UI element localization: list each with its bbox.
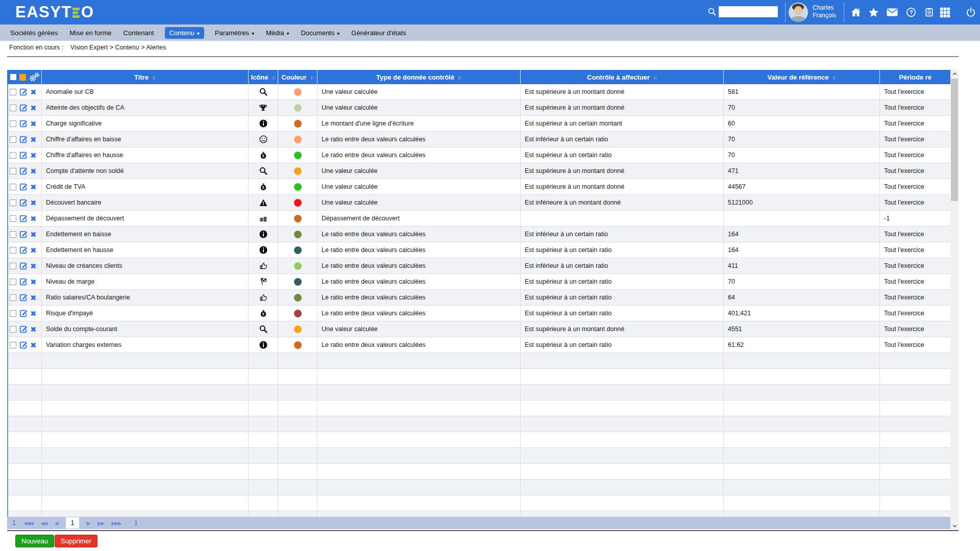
mail-icon[interactable] [887,0,898,24]
power-icon[interactable] [966,0,976,24]
edit-icon[interactable] [19,167,28,176]
menu-item-contenu[interactable]: Contenu [165,27,204,39]
edit-icon[interactable] [19,309,28,318]
prev-page-icon[interactable]: ◀ [55,520,58,526]
row-checkbox[interactable] [10,310,16,317]
row-checkbox[interactable] [10,199,16,206]
delete-icon[interactable]: ✖ [30,231,37,238]
search-input[interactable] [719,6,778,17]
star-icon[interactable] [868,0,879,24]
delete-icon[interactable]: ✖ [30,325,37,333]
scroll-down-icon[interactable] [950,522,959,530]
avatar[interactable] [789,3,808,22]
edit-icon[interactable] [19,246,28,255]
fast-next-page-icon[interactable]: ▶▶ [97,520,104,526]
row-checkbox[interactable] [10,279,16,285]
row-checkbox[interactable] [10,294,16,301]
edit-icon[interactable] [19,104,28,112]
menu-item-mise-en-forme[interactable]: Mise en forme [68,27,112,39]
edit-icon[interactable] [19,293,28,302]
delete-icon[interactable]: ✖ [30,167,37,175]
edit-icon[interactable] [19,230,28,239]
delete-icon[interactable]: ✖ [30,183,37,191]
fast-prev-page-icon[interactable]: ◀◀ [40,520,46,526]
row-checkbox[interactable] [10,263,16,269]
delete-icon[interactable]: ✖ [30,136,37,143]
scroll-up-icon[interactable] [950,70,959,78]
apps-grid-icon[interactable] [940,0,950,24]
menu-item-documents[interactable]: Documents [300,27,340,39]
delete-icon[interactable]: ✖ [30,262,37,270]
delete-icon[interactable]: ✖ [30,278,37,286]
row-checkbox[interactable] [10,89,16,95]
go-first-page-icon[interactable]: ◀◀◀ [23,520,33,526]
column-header-type-donnee[interactable]: Type de donnée contrôlé↓↑ [317,70,521,84]
select-all-checkbox[interactable] [10,74,16,80]
edit-icon[interactable] [19,135,28,144]
menu-item-societes-gerees[interactable]: Sociétés gérées [9,27,59,39]
edit-icon[interactable] [19,151,28,160]
delete-icon[interactable]: ✖ [30,310,37,317]
go-last-page-icon[interactable]: ▶▶▶ [111,520,121,526]
menu-item-parametres[interactable]: Paramètres [214,27,255,39]
sort-icon[interactable]: ↓↑ [152,74,156,80]
app-logo[interactable]: EASYT O [15,3,94,21]
row-checkbox[interactable] [10,105,16,111]
delete-icon[interactable]: ✖ [30,199,37,207]
orange-square-icon[interactable] [19,74,26,81]
settings-gears-icon[interactable] [29,72,40,82]
sort-icon[interactable]: ↓↑ [272,74,275,80]
row-checkbox[interactable] [10,136,16,143]
row-checkbox[interactable] [10,120,16,127]
edit-icon[interactable] [19,119,28,128]
sort-icon[interactable]: ↓↑ [653,74,657,80]
column-header-controle[interactable]: Contrôle à affectuer↓↑ [521,70,724,84]
vertical-scrollbar[interactable] [950,70,959,530]
current-page-box[interactable]: 1 [66,517,79,529]
edit-icon[interactable] [19,183,28,191]
edit-icon[interactable] [19,88,28,96]
delete-icon[interactable]: ✖ [30,341,37,349]
new-button[interactable]: Nouveau [15,535,54,547]
row-controls: ✖ [7,195,42,210]
edit-icon[interactable] [19,214,28,223]
home-icon[interactable] [850,0,862,24]
column-header-icone[interactable]: Icône↓↑ [249,70,278,84]
column-header-valeur-reference[interactable]: Valeur de référence↓↑ [724,70,880,84]
row-checkbox[interactable] [10,247,16,254]
column-header-titre[interactable]: Titre↓↑ [42,70,249,84]
notes-icon[interactable] [924,0,934,24]
sort-icon[interactable]: ↓↑ [458,74,461,80]
menu-item-contenant[interactable]: Contenant [122,27,155,39]
edit-icon[interactable] [19,341,28,349]
delete-icon[interactable]: ✖ [30,294,37,302]
delete-button[interactable]: Supprimer [55,535,97,547]
row-checkbox[interactable] [10,184,16,190]
edit-icon[interactable] [19,262,28,270]
help-icon[interactable]: ? [906,0,916,24]
delete-icon[interactable]: ✖ [30,246,37,254]
sort-icon[interactable]: ↓↑ [310,74,314,80]
edit-icon[interactable] [19,325,28,334]
menu-item-media[interactable]: Média [265,27,290,39]
scrollbar-thumb[interactable] [951,79,958,201]
empty-cell [249,416,278,432]
delete-icon[interactable]: ✖ [30,215,37,222]
row-checkbox[interactable] [10,152,16,159]
edit-icon[interactable] [19,198,28,207]
column-header-couleur[interactable]: Couleur↓↑ [278,70,317,84]
edit-icon[interactable] [19,278,28,286]
column-header-periode[interactable]: Période re [880,70,950,84]
menu-item-generateur-etats[interactable]: Générateur d'états [350,27,407,39]
next-page-icon[interactable]: ▶ [87,520,90,526]
delete-icon[interactable]: ✖ [30,104,37,112]
row-checkbox[interactable] [10,215,16,222]
row-checkbox[interactable] [10,168,16,174]
row-checkbox[interactable] [10,231,16,238]
sort-icon[interactable]: ↓↑ [832,74,836,80]
delete-icon[interactable]: ✖ [30,88,37,96]
delete-icon[interactable]: ✖ [30,120,37,128]
delete-icon[interactable]: ✖ [30,152,37,159]
row-checkbox[interactable] [10,326,16,333]
row-checkbox[interactable] [10,342,16,348]
